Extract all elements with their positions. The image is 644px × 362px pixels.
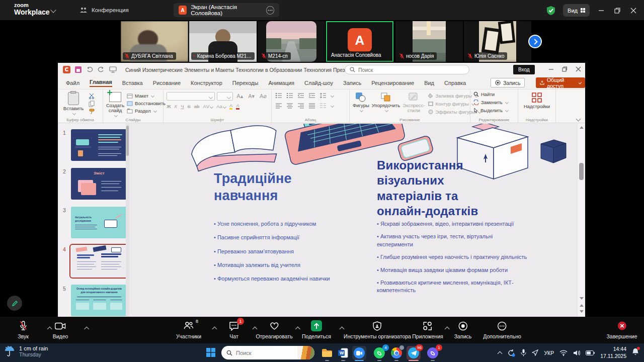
search-highlight-image[interactable] (297, 346, 314, 359)
participants-button[interactable]: 8 Участники (176, 320, 201, 339)
slide-thumbnail-2[interactable]: Зміст (71, 168, 127, 200)
align-right-button[interactable] (297, 102, 305, 109)
slide-thumbnail-5[interactable]: Огляд потенційних онлайн-додатків для ін… (71, 285, 127, 316)
font-color-button[interactable]: А (236, 104, 239, 110)
end-meeting-button[interactable]: Завершение (606, 320, 637, 339)
tab-screen-share[interactable]: A Экран (Анастасія Соловйова) (174, 3, 279, 17)
text-shadow-button[interactable]: ab (194, 104, 200, 109)
menu-file[interactable]: Файл (66, 80, 79, 86)
word-icon[interactable]: W (336, 346, 350, 360)
apps-button[interactable]: Приложения (412, 320, 443, 339)
telegram-icon[interactable]: 96 (407, 346, 421, 360)
whatsapp-icon[interactable]: 4 (372, 346, 386, 360)
participant-video[interactable]: ДУБЯГА Світлана (121, 21, 188, 62)
menu-slideshow[interactable]: Слайд-шоу (304, 80, 333, 86)
previous-slide-icon[interactable] (580, 304, 584, 307)
tab-more-icon[interactable] (266, 6, 274, 15)
security-shield-icon[interactable] (546, 6, 556, 16)
shapes-button[interactable]: Фигуры (353, 92, 369, 117)
bullets-button[interactable] (275, 92, 283, 99)
ppt-minimize-button[interactable] (548, 65, 554, 74)
speaker-icon[interactable] (573, 350, 580, 356)
thumbnail-scrollbar[interactable] (126, 124, 129, 317)
more-button[interactable]: Дополнительно (483, 320, 521, 339)
share-screen-button[interactable]: Поделиться (302, 320, 331, 339)
italic-button[interactable]: К (175, 104, 178, 109)
collapse-ribbon-icon[interactable] (576, 117, 581, 122)
location-icon[interactable] (532, 349, 538, 356)
strikethrough-button[interactable]: S (188, 104, 191, 109)
replace-button[interactable]: Заменить (473, 100, 515, 105)
language-indicator[interactable]: УКР (544, 350, 554, 356)
layout-button[interactable]: Макет (127, 93, 166, 99)
decrease-indent-button[interactable] (297, 92, 305, 99)
minimize-button[interactable] (597, 6, 606, 15)
signin-button[interactable]: Вход (513, 65, 535, 74)
scrollbar-thumb[interactable] (579, 163, 584, 180)
start-button[interactable] (206, 348, 215, 359)
find-button[interactable]: Найти (473, 92, 515, 97)
section-button[interactable]: Раздел (127, 108, 166, 114)
participant-video[interactable]: Карина Боброва М21… (189, 21, 257, 62)
save-icon[interactable] (75, 66, 82, 73)
clear-formatting-button[interactable]: А⌀ (258, 93, 268, 100)
wifi-icon[interactable] (559, 350, 568, 356)
reset-button[interactable]: Восстановить (127, 101, 166, 106)
menu-review[interactable]: Рецензирование (371, 80, 414, 86)
audio-button[interactable]: Звук (18, 320, 29, 339)
scroll-down-icon[interactable] (580, 297, 584, 300)
ppt-close-button[interactable] (576, 65, 581, 74)
arrange-button[interactable]: Упорядочить (372, 92, 400, 117)
menu-transitions[interactable]: Переходы (232, 80, 259, 86)
participant-video-sharing[interactable]: A Анастасія Соловйова (326, 21, 393, 62)
justify-button[interactable] (308, 102, 316, 109)
slide-right-title[interactable]: Використання візуальних матеріалів та он… (377, 158, 485, 219)
workspace-chevron-down-icon[interactable] (50, 7, 56, 13)
participant-video[interactable]: носов Дарія (395, 21, 463, 62)
select-button[interactable]: Выделить (473, 108, 515, 113)
apps-options-chevron[interactable] (445, 327, 450, 332)
cut-icon[interactable] (89, 93, 95, 99)
hidden-icons-chevron[interactable] (498, 351, 503, 356)
file-explorer-icon[interactable] (320, 346, 334, 360)
notifications-bell[interactable] (632, 348, 639, 357)
menu-record[interactable]: Запись (343, 80, 361, 86)
participant-video[interactable]: М214-сп (258, 21, 325, 62)
participant-video[interactable]: Юлія Саєнко (464, 21, 531, 62)
font-size-combo[interactable] (217, 92, 233, 101)
host-tools-button[interactable]: Инструменты организатора (344, 320, 411, 339)
tab-conference[interactable]: Конференция (74, 3, 134, 17)
columns-button[interactable] (319, 102, 327, 109)
ppt-restore-button[interactable] (562, 65, 568, 74)
next-participants-button[interactable] (528, 35, 542, 48)
menu-help[interactable]: Справка (444, 80, 466, 86)
chat-button[interactable]: 1 Чат (229, 320, 239, 339)
underline-button[interactable]: Ч (181, 104, 184, 109)
slide-right-bullets[interactable]: Яскраві зображення, відео, інтерактивні … (377, 220, 528, 300)
taskbar-search-box[interactable] (221, 346, 314, 359)
copy-icon[interactable] (89, 101, 95, 107)
line-spacing-button[interactable] (319, 92, 327, 99)
participants-options-chevron[interactable] (212, 327, 217, 332)
taskbar-clock[interactable]: 14:44 17.11.2025 (600, 346, 626, 359)
annotation-pencil-button[interactable] (7, 296, 22, 311)
redo-icon[interactable] (98, 66, 105, 73)
increase-indent-button[interactable] (308, 92, 316, 99)
new-slide-button[interactable]: Создать слайд (106, 92, 124, 117)
search-input[interactable] (358, 67, 449, 73)
tray-mic-icon[interactable] (521, 349, 526, 356)
restore-button[interactable] (613, 6, 622, 15)
slide-left-title[interactable]: Традиційне навчання (214, 170, 314, 204)
paste-button[interactable]: Вставить (61, 92, 86, 117)
undo-icon[interactable] (86, 66, 93, 73)
viber-icon[interactable]: 1 (426, 346, 440, 360)
ppt-search-box[interactable] (345, 65, 469, 74)
menu-animations[interactable]: Анимация (268, 80, 294, 86)
start-slideshow-icon[interactable] (109, 66, 117, 73)
menu-draw[interactable]: Рисование (153, 80, 181, 86)
menu-insert[interactable]: Вставка (122, 80, 143, 86)
align-left-button[interactable] (275, 102, 283, 109)
character-spacing-button[interactable]: АV (203, 104, 213, 109)
change-case-button[interactable]: Аа (216, 104, 226, 109)
close-button[interactable] (629, 6, 638, 15)
